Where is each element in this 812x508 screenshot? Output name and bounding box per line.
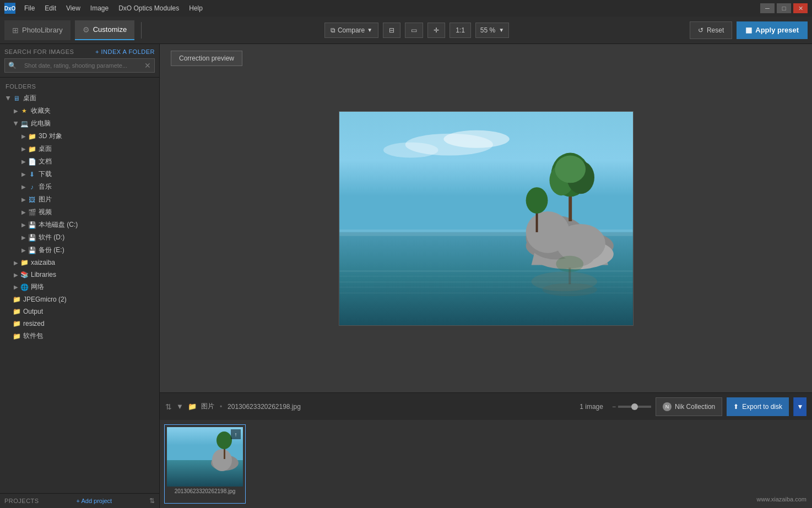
reset-icon: ↺: [698, 26, 703, 34]
tree-item-libraries[interactable]: ▶ 📚 Libraries: [0, 269, 159, 281]
folder-icon-docs: 📄: [28, 157, 36, 166]
menu-file[interactable]: File: [20, 3, 39, 13]
tree-arrow-desktop: ▶: [6, 95, 12, 102]
menu-image[interactable]: Image: [86, 3, 113, 13]
preview-svg: [339, 112, 633, 325]
svg-point-17: [555, 155, 586, 183]
thumbnail-item[interactable]: ↑ 20130623320262198.jpg: [164, 424, 246, 504]
tree-item-drive-c[interactable]: ▶ 💾 本地磁盘 (C:): [0, 219, 159, 231]
tree-arrow-desktop2: ▶: [20, 146, 28, 152]
tree-item-jpegmicro[interactable]: ▶ 📁 JPEGmicro (2): [0, 293, 159, 305]
tab-customize[interactable]: ⚙ Customize: [75, 20, 134, 40]
index-folder-button[interactable]: + Index a folder: [95, 48, 155, 55]
nik-collection-button[interactable]: N Nik Collection: [656, 397, 722, 416]
apply-preset-button[interactable]: ▦ Apply preset: [737, 21, 808, 39]
filter-icon[interactable]: ▼: [176, 402, 183, 411]
sort-icon[interactable]: ⇅: [165, 402, 172, 411]
tree-arrow-music: ▶: [20, 184, 28, 190]
tab-photo-library[interactable]: ⊞ PhotoLibrary: [4, 20, 71, 40]
export-dropdown-button[interactable]: ▼: [793, 397, 806, 416]
tree-arrow-net: ▶: [12, 284, 20, 290]
zoom-slider[interactable]: [618, 406, 651, 408]
tree-item-drive-d[interactable]: ▶ 💾 软件 (D:): [0, 231, 159, 244]
tree-item-3d-objects[interactable]: ▶ 📁 3D 对象: [0, 130, 159, 143]
tree-item-music[interactable]: ▶ ♪ 音乐: [0, 181, 159, 193]
single-view-button[interactable]: ▭: [405, 23, 423, 38]
tree-arrow-dl: ▶: [20, 171, 28, 177]
tree-item-desktop[interactable]: ▶ 🖥 桌面: [0, 92, 159, 105]
compare-arrow-icon: ▼: [367, 27, 372, 33]
watermark: www.xiazaiba.com: [757, 496, 806, 502]
tree-arrow-d: ▶: [20, 234, 28, 241]
folders-section: FOLDERS ▶ 🖥 桌面 ▶ ★ 收藏夹 ▶ 💻 此电脑 ▶ 📁 3D 对象: [0, 78, 159, 493]
export-dropdown-arrow: ▼: [797, 403, 804, 411]
tree-item-favorites[interactable]: ▶ ★ 收藏夹: [0, 105, 159, 117]
tree-item-downloads[interactable]: ▶ ⬇ 下载: [0, 168, 159, 181]
svg-point-28: [556, 255, 583, 272]
logo-icon: DxO: [4, 3, 15, 14]
compare-icon: ⧉: [331, 26, 335, 34]
split-icon: ⊟: [389, 26, 394, 34]
tree-arrow-e: ▶: [20, 247, 28, 253]
folder-icon-desktop: 🖥: [12, 94, 21, 103]
folder-icon-pics: 🖼: [28, 195, 36, 204]
reset-button[interactable]: ↺ Reset: [690, 21, 732, 39]
search-input[interactable]: [20, 62, 154, 69]
folder-path: 图片: [201, 402, 214, 411]
maximize-button[interactable]: □: [777, 3, 791, 13]
correction-preview-button[interactable]: Correction preview: [171, 51, 242, 66]
tree-item-pictures[interactable]: ▶ 🖼 图片: [0, 193, 159, 206]
menu-help[interactable]: Help: [185, 3, 207, 13]
compare-button[interactable]: ⧉ Compare ▼: [324, 23, 378, 38]
svg-point-19: [526, 187, 548, 214]
tree-item-xaizaiba[interactable]: ▶ 📁 xaizaiba: [0, 256, 159, 269]
tree-item-documents[interactable]: ▶ 📄 文档: [0, 155, 159, 168]
project-sort-icon[interactable]: ⇅: [149, 497, 155, 505]
thumbnail-image: ↑: [167, 427, 243, 487]
customize-icon: ⚙: [83, 25, 90, 34]
tree-item-desktop2[interactable]: ▶ 📁 桌面: [0, 143, 159, 155]
zoom-1-1-icon: 1:1: [456, 26, 465, 34]
folder-icon-3d: 📁: [28, 132, 36, 141]
toolbar-right: ↺ Reset ▦ Apply preset: [690, 21, 808, 39]
menu-view[interactable]: View: [62, 3, 85, 13]
export-icon: ⬆: [733, 403, 739, 411]
zoom-1-1-button[interactable]: 1:1: [450, 23, 471, 38]
split-view-button[interactable]: ⊟: [383, 23, 400, 38]
folder-yellow-icon-output: 📁: [12, 307, 21, 316]
zoom-display[interactable]: 55 % ▼: [475, 23, 509, 38]
folder-yellow-icon-jpeg: 📁: [12, 295, 21, 304]
drive-d-icon: 💾: [28, 233, 36, 242]
window-controls: ─ □ ✕: [760, 3, 808, 13]
menu-dxo-optics[interactable]: DxO Optics Modules: [114, 3, 183, 13]
tree-item-output[interactable]: ▶ 📁 Output: [0, 305, 159, 318]
toolbar-center: ⧉ Compare ▼ ⊟ ▭ ✛ 1:1 55 % ▼: [148, 23, 685, 38]
tree-item-resized[interactable]: ▶ 📁 resized: [0, 318, 159, 330]
thumb-overlay-icon: ↑: [231, 429, 241, 439]
tree-arrow-docs: ▶: [20, 159, 28, 165]
tree-item-videos[interactable]: ▶ 🎬 视频: [0, 206, 159, 219]
main-image: [339, 111, 634, 326]
move-tool-button[interactable]: ✛: [427, 23, 445, 38]
add-project-button[interactable]: + Add project: [77, 498, 112, 504]
folder-path-icon: 📁: [188, 402, 197, 411]
minimize-button[interactable]: ─: [760, 3, 775, 13]
tree-item-network[interactable]: ▶ 🌐 网络: [0, 281, 159, 293]
search-label: SEARCH FOR IMAGES + Index a folder: [4, 48, 155, 55]
zoom-minus-icon[interactable]: −: [612, 403, 616, 411]
export-to-disk-button[interactable]: ⬆ Export to disk: [727, 397, 789, 416]
close-button[interactable]: ✕: [793, 3, 808, 13]
menu-edit[interactable]: Edit: [40, 3, 61, 13]
tree-arrow-3d: ▶: [20, 133, 28, 139]
zoom-handle[interactable]: [631, 403, 638, 410]
center-panel: Correction preview: [160, 44, 812, 508]
photo-library-icon: ⊞: [12, 26, 19, 35]
computer-icon: 💻: [20, 119, 29, 128]
image-count: 1 image: [580, 403, 603, 411]
tree-item-this-pc[interactable]: ▶ 💻 此电脑: [0, 117, 159, 130]
search-icon: 🔍: [5, 62, 20, 69]
folder-yellow-icon-resized: 📁: [12, 319, 21, 328]
tree-item-package[interactable]: ▶ 📁 软件包: [0, 330, 159, 342]
search-clear-icon[interactable]: ✕: [144, 61, 151, 70]
tree-item-drive-e[interactable]: ▶ 💾 备份 (E:): [0, 244, 159, 256]
